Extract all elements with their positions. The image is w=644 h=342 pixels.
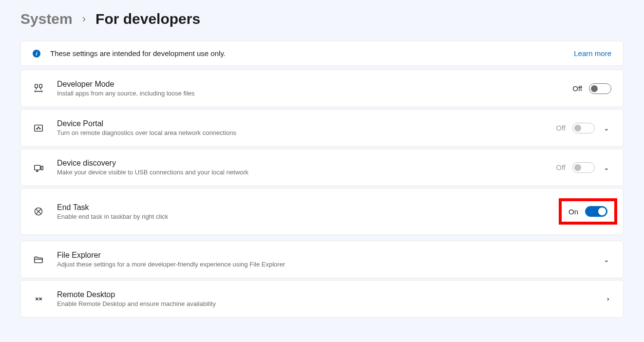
device-discovery-title: Device discovery: [57, 159, 556, 168]
breadcrumb-page: For developers: [95, 11, 200, 27]
end-task-subtitle: Enable end task in taskbar by right clic…: [57, 213, 559, 220]
developer-mode-toggle-label: Off: [572, 84, 582, 93]
learn-more-link[interactable]: Learn more: [574, 49, 611, 57]
remote-desktop-subtitle: Enable Remote Desktop and ensure machine…: [57, 300, 602, 307]
chevron-down-icon[interactable]: ⌄: [602, 256, 611, 264]
developer-mode-icon: [33, 83, 44, 95]
svg-rect-2: [35, 125, 43, 131]
device-discovery-toggle[interactable]: [572, 162, 595, 173]
device-discovery-card[interactable]: Device discovery Make your device visibl…: [20, 149, 624, 186]
device-portal-card[interactable]: Device Portal Turn on remote diagnostics…: [20, 109, 624, 147]
chevron-down-icon[interactable]: ⌄: [602, 124, 611, 132]
device-portal-title: Device Portal: [57, 119, 556, 128]
developer-mode-title: Developer Mode: [57, 80, 572, 89]
info-banner: i These settings are intended for develo…: [20, 41, 624, 66]
device-discovery-subtitle: Make your device visible to USB connecti…: [57, 169, 556, 176]
chevron-right-icon: ›: [82, 13, 86, 25]
highlight-box: On: [559, 198, 617, 225]
chevron-down-icon[interactable]: ⌄: [602, 164, 611, 171]
end-task-toggle-label: On: [568, 208, 578, 216]
file-explorer-subtitle: Adjust these settings for a more develop…: [57, 261, 602, 268]
svg-rect-0: [35, 84, 38, 87]
remote-desktop-icon: [33, 293, 44, 305]
info-icon: i: [33, 50, 40, 57]
chevron-right-icon[interactable]: ⌄: [603, 294, 610, 304]
svg-rect-4: [41, 166, 43, 170]
svg-rect-1: [39, 84, 42, 87]
breadcrumb: System › For developers: [20, 11, 624, 27]
breadcrumb-system[interactable]: System: [20, 11, 73, 27]
info-text: These settings are intended for developm…: [50, 49, 574, 57]
end-task-title: End Task: [57, 203, 559, 212]
svg-rect-3: [35, 165, 40, 170]
device-portal-toggle[interactable]: [572, 123, 595, 133]
end-task-toggle[interactable]: [585, 206, 607, 217]
remote-desktop-card[interactable]: Remote Desktop Enable Remote Desktop and…: [20, 280, 624, 318]
end-task-card: End Task Enable end task in taskbar by r…: [20, 188, 624, 235]
developer-mode-subtitle: Install apps from any source, including …: [57, 90, 572, 97]
developer-mode-card: Developer Mode Install apps from any sou…: [20, 70, 624, 107]
developer-mode-toggle[interactable]: [589, 83, 611, 94]
file-explorer-title: File Explorer: [57, 251, 602, 260]
device-portal-icon: [33, 122, 44, 134]
end-task-icon: [33, 206, 44, 217]
remote-desktop-title: Remote Desktop: [57, 290, 602, 299]
device-discovery-icon: [33, 162, 44, 173]
device-portal-toggle-label: Off: [556, 124, 566, 132]
file-explorer-card[interactable]: File Explorer Adjust these settings for …: [20, 241, 624, 278]
device-discovery-toggle-label: Off: [556, 163, 566, 171]
file-explorer-icon: [33, 254, 44, 266]
device-portal-subtitle: Turn on remote diagnostics over local ar…: [57, 129, 556, 136]
